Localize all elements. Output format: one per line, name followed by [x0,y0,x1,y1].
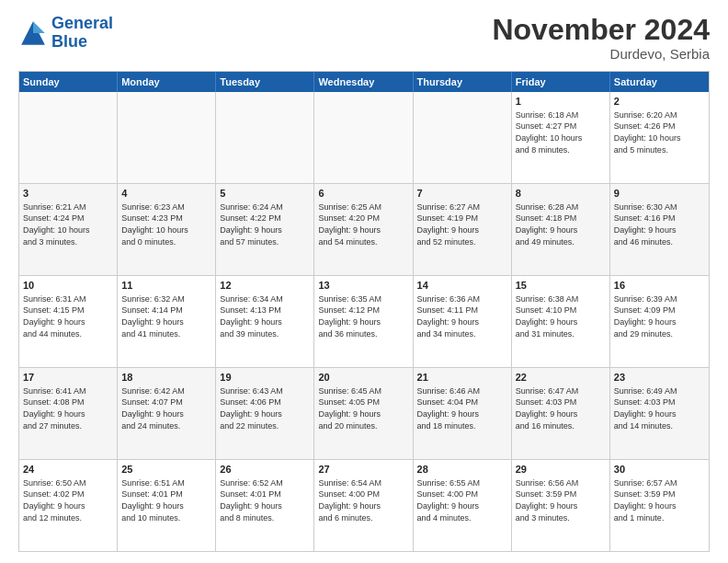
day-info-25: Sunrise: 6:51 AM Sunset: 4:01 PM Dayligh… [121,477,211,523]
day-cell-5: 5Sunrise: 6:24 AM Sunset: 4:22 PM Daylig… [216,184,314,275]
day-info-16: Sunrise: 6:39 AM Sunset: 4:09 PM Dayligh… [614,293,705,339]
day-cell-23: 23Sunrise: 6:49 AM Sunset: 4:03 PM Dayli… [610,368,709,459]
day-info-10: Sunrise: 6:31 AM Sunset: 4:15 PM Dayligh… [23,293,113,339]
logo-line2: Blue [51,32,87,51]
day-info-7: Sunrise: 6:27 AM Sunset: 4:19 PM Dayligh… [417,201,507,247]
day-cell-29: 29Sunrise: 6:56 AM Sunset: 3:59 PM Dayli… [512,460,610,551]
day-number-13: 13 [318,279,408,293]
day-info-5: Sunrise: 6:24 AM Sunset: 4:22 PM Dayligh… [220,201,310,247]
day-number-16: 16 [614,279,705,293]
day-cell-27: 27Sunrise: 6:54 AM Sunset: 4:00 PM Dayli… [314,460,413,551]
logo: General Blue [18,15,113,52]
day-cell-18: 18Sunrise: 6:42 AM Sunset: 4:07 PM Dayli… [118,368,216,459]
day-number-26: 26 [220,463,310,477]
day-number-15: 15 [516,279,606,293]
day-info-27: Sunrise: 6:54 AM Sunset: 4:00 PM Dayligh… [318,477,408,523]
day-number-1: 1 [516,95,606,109]
weekday-header-wednesday: Wednesday [314,72,413,92]
day-number-28: 28 [417,463,507,477]
logo-icon [18,18,48,48]
day-info-14: Sunrise: 6:36 AM Sunset: 4:11 PM Dayligh… [417,293,507,339]
day-cell-22: 22Sunrise: 6:47 AM Sunset: 4:03 PM Dayli… [512,368,610,459]
day-info-17: Sunrise: 6:41 AM Sunset: 4:08 PM Dayligh… [23,385,113,431]
day-info-12: Sunrise: 6:34 AM Sunset: 4:13 PM Dayligh… [220,293,310,339]
day-cell-8: 8Sunrise: 6:28 AM Sunset: 4:18 PM Daylig… [512,184,610,275]
empty-cell-0-4 [414,92,512,183]
day-info-6: Sunrise: 6:25 AM Sunset: 4:20 PM Dayligh… [318,201,408,247]
day-info-22: Sunrise: 6:47 AM Sunset: 4:03 PM Dayligh… [516,385,606,431]
header: General Blue November 2024 Durdevo, Serb… [18,15,710,62]
day-info-30: Sunrise: 6:57 AM Sunset: 3:59 PM Dayligh… [614,477,705,523]
weekday-header-sunday: Sunday [19,72,118,92]
day-number-22: 22 [516,371,606,385]
day-cell-2: 2Sunrise: 6:20 AM Sunset: 4:26 PM Daylig… [610,92,709,183]
day-info-18: Sunrise: 6:42 AM Sunset: 4:07 PM Dayligh… [121,385,211,431]
day-info-3: Sunrise: 6:21 AM Sunset: 4:24 PM Dayligh… [23,201,113,247]
day-info-21: Sunrise: 6:46 AM Sunset: 4:04 PM Dayligh… [417,385,507,431]
day-number-21: 21 [417,371,507,385]
day-info-20: Sunrise: 6:45 AM Sunset: 4:05 PM Dayligh… [318,385,408,431]
day-number-4: 4 [121,187,211,201]
day-cell-6: 6Sunrise: 6:25 AM Sunset: 4:20 PM Daylig… [314,184,413,275]
month-title: November 2024 [492,15,710,44]
day-number-11: 11 [121,279,211,293]
day-cell-20: 20Sunrise: 6:45 AM Sunset: 4:05 PM Dayli… [314,368,413,459]
day-number-27: 27 [318,463,408,477]
day-cell-1: 1Sunrise: 6:18 AM Sunset: 4:27 PM Daylig… [512,92,610,183]
day-info-24: Sunrise: 6:50 AM Sunset: 4:02 PM Dayligh… [23,477,113,523]
day-number-30: 30 [614,463,705,477]
day-cell-21: 21Sunrise: 6:46 AM Sunset: 4:04 PM Dayli… [414,368,512,459]
day-cell-25: 25Sunrise: 6:51 AM Sunset: 4:01 PM Dayli… [118,460,216,551]
day-cell-15: 15Sunrise: 6:38 AM Sunset: 4:10 PM Dayli… [512,276,610,367]
day-number-20: 20 [318,371,408,385]
svg-marker-1 [33,21,45,33]
day-number-9: 9 [614,187,705,201]
day-number-8: 8 [516,187,606,201]
day-cell-4: 4Sunrise: 6:23 AM Sunset: 4:23 PM Daylig… [118,184,216,275]
page: General Blue November 2024 Durdevo, Serb… [0,0,728,563]
day-number-25: 25 [121,463,211,477]
day-info-4: Sunrise: 6:23 AM Sunset: 4:23 PM Dayligh… [121,201,211,247]
day-info-28: Sunrise: 6:55 AM Sunset: 4:00 PM Dayligh… [417,477,507,523]
day-number-29: 29 [516,463,606,477]
logo-text: General Blue [51,15,113,52]
calendar-header: SundayMondayTuesdayWednesdayThursdayFrid… [19,72,709,92]
day-cell-24: 24Sunrise: 6:50 AM Sunset: 4:02 PM Dayli… [19,460,118,551]
day-cell-3: 3Sunrise: 6:21 AM Sunset: 4:24 PM Daylig… [19,184,118,275]
calendar-row-0: 1Sunrise: 6:18 AM Sunset: 4:27 PM Daylig… [19,92,709,183]
weekday-header-tuesday: Tuesday [216,72,314,92]
day-cell-19: 19Sunrise: 6:43 AM Sunset: 4:06 PM Dayli… [216,368,314,459]
day-number-24: 24 [23,463,113,477]
day-cell-16: 16Sunrise: 6:39 AM Sunset: 4:09 PM Dayli… [610,276,709,367]
day-number-3: 3 [23,187,113,201]
day-cell-13: 13Sunrise: 6:35 AM Sunset: 4:12 PM Dayli… [314,276,413,367]
day-cell-28: 28Sunrise: 6:55 AM Sunset: 4:00 PM Dayli… [414,460,512,551]
day-info-15: Sunrise: 6:38 AM Sunset: 4:10 PM Dayligh… [516,293,606,339]
day-number-7: 7 [417,187,507,201]
day-number-17: 17 [23,371,113,385]
calendar-row-4: 24Sunrise: 6:50 AM Sunset: 4:02 PM Dayli… [19,459,709,551]
day-info-11: Sunrise: 6:32 AM Sunset: 4:14 PM Dayligh… [121,293,211,339]
day-info-13: Sunrise: 6:35 AM Sunset: 4:12 PM Dayligh… [318,293,408,339]
empty-cell-0-3 [314,92,413,183]
day-cell-9: 9Sunrise: 6:30 AM Sunset: 4:16 PM Daylig… [610,184,709,275]
day-info-23: Sunrise: 6:49 AM Sunset: 4:03 PM Dayligh… [614,385,705,431]
day-info-26: Sunrise: 6:52 AM Sunset: 4:01 PM Dayligh… [220,477,310,523]
day-number-23: 23 [614,371,705,385]
empty-cell-0-2 [216,92,314,183]
empty-cell-0-1 [118,92,216,183]
calendar-row-3: 17Sunrise: 6:41 AM Sunset: 4:08 PM Dayli… [19,367,709,459]
day-cell-11: 11Sunrise: 6:32 AM Sunset: 4:14 PM Dayli… [118,276,216,367]
calendar-row-1: 3Sunrise: 6:21 AM Sunset: 4:24 PM Daylig… [19,183,709,275]
day-info-29: Sunrise: 6:56 AM Sunset: 3:59 PM Dayligh… [516,477,606,523]
day-number-12: 12 [220,279,310,293]
day-cell-12: 12Sunrise: 6:34 AM Sunset: 4:13 PM Dayli… [216,276,314,367]
day-number-5: 5 [220,187,310,201]
day-cell-7: 7Sunrise: 6:27 AM Sunset: 4:19 PM Daylig… [414,184,512,275]
weekday-header-monday: Monday [118,72,216,92]
day-cell-17: 17Sunrise: 6:41 AM Sunset: 4:08 PM Dayli… [19,368,118,459]
day-cell-14: 14Sunrise: 6:36 AM Sunset: 4:11 PM Dayli… [414,276,512,367]
weekday-header-thursday: Thursday [414,72,512,92]
day-info-8: Sunrise: 6:28 AM Sunset: 4:18 PM Dayligh… [516,201,606,247]
day-number-18: 18 [121,371,211,385]
